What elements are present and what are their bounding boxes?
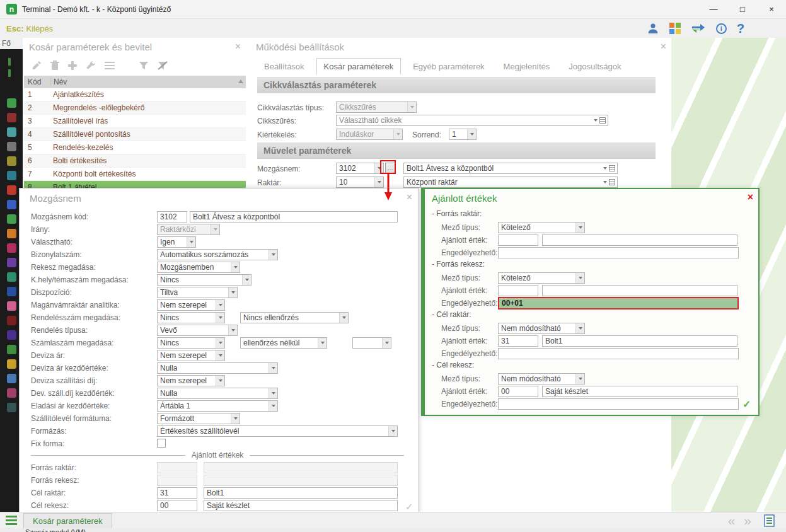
module-icon[interactable] (7, 272, 16, 282)
deviza-ar-kezdo-select[interactable]: Nulla (157, 362, 278, 374)
valaszthato-select[interactable]: Igen (157, 236, 196, 248)
module-icon[interactable] (7, 316, 16, 325)
deviza-ar-select[interactable]: Nem szerepel (157, 350, 225, 361)
edit-icon[interactable] (32, 61, 42, 71)
cikkszures-select[interactable]: Választható cikkek (336, 115, 608, 126)
module-icon[interactable] (7, 229, 16, 238)
module-icon[interactable] (7, 200, 16, 209)
scroll-up-icon[interactable] (238, 79, 243, 83)
engedelyezheto-input[interactable] (498, 247, 739, 258)
rendeles-tipusa-select[interactable]: Vevő (157, 325, 238, 336)
table-row[interactable]: 2Megrendelés -előlegbekérő (24, 101, 246, 115)
formazas-select[interactable]: Értékesítés szállítólevél (157, 425, 398, 437)
lookup-table-icon[interactable] (609, 165, 615, 171)
column-header-name[interactable]: Név (50, 78, 246, 86)
mozgasnem-name-select[interactable]: Bolt1 Átvesz a központból (403, 163, 618, 174)
rendelesszam-select[interactable]: Nincs (157, 312, 225, 323)
ajanlott-ertek-nev-input[interactable]: Saját készlet (542, 386, 737, 397)
cel-rekesz-kod-input[interactable]: 00 (157, 500, 197, 511)
rekesz-megadasa-select[interactable]: Mozgásnemben (157, 262, 240, 273)
rendelesszam-ellenorzes-select[interactable]: Nincs ellenőrzés (240, 312, 349, 323)
szallitolevel-formatum-select[interactable]: Formázott (157, 413, 240, 424)
module-icon[interactable] (7, 345, 16, 354)
maximize-button[interactable]: □ (728, 0, 757, 18)
engedelyezheto-input-highlighted[interactable]: 00+01 (498, 297, 739, 309)
table-row[interactable]: 6Bolti értékesítés (24, 154, 246, 168)
module-icon[interactable] (7, 243, 16, 253)
module-icon[interactable] (7, 359, 16, 369)
tab-egyeb-parameterek[interactable]: Egyéb paraméterek (406, 59, 491, 74)
sorrend-select[interactable]: 1 (449, 129, 477, 140)
nav-next-icon[interactable]: » (744, 513, 751, 528)
document-icon[interactable] (764, 514, 775, 527)
dev-szall-dij-kezdo-select[interactable]: Nulla (157, 388, 278, 399)
module-icon[interactable] (7, 156, 16, 166)
cel-raktar-nev-input[interactable]: Bolt1 (204, 487, 398, 499)
module-icon[interactable] (7, 258, 16, 267)
diszpozicio-select[interactable]: Tiltva (157, 287, 238, 298)
table-row[interactable]: 7Központi bolt értékesítés (24, 168, 246, 181)
module-icon[interactable] (7, 113, 16, 122)
kiertekeles-select[interactable]: Induláskor (336, 129, 403, 140)
dialog-close-icon[interactable]: × (748, 192, 753, 203)
filter-clear-icon[interactable] (158, 61, 168, 70)
tab-beallitasok[interactable]: Beállítások (257, 59, 311, 74)
minimize-button[interactable]: — (699, 0, 728, 18)
filter-icon[interactable] (139, 61, 149, 70)
module-icon[interactable] (7, 287, 16, 296)
confirm-check-icon[interactable]: ✓ (743, 398, 751, 410)
forras-raktar-kod-input[interactable] (157, 462, 197, 473)
szamlaszam-ellenorzes-select[interactable]: ellenőrzés nélkül (240, 337, 327, 349)
modules-grid-icon[interactable] (669, 23, 681, 34)
fix-forma-checkbox[interactable] (157, 439, 166, 448)
forras-rekesz-nev-input[interactable] (204, 475, 398, 486)
mezo-tipus-select[interactable]: Kötelező (498, 222, 585, 233)
khely-temaszam-select[interactable]: Nincs (157, 274, 251, 286)
module-icon[interactable] (7, 301, 16, 311)
mozgasnem-code-select[interactable]: 3102 (336, 163, 384, 174)
module-icon[interactable] (7, 374, 16, 383)
lookup-table-icon[interactable] (599, 117, 606, 124)
menu-icon[interactable] (105, 62, 115, 69)
confirm-check-icon[interactable]: ✓ (405, 501, 413, 512)
close-button[interactable]: × (757, 0, 786, 18)
ajanlott-ertek-kod-input[interactable]: 00 (498, 386, 538, 397)
add-icon[interactable] (68, 61, 77, 70)
module-icon[interactable] (7, 214, 16, 224)
bottom-tab-kosar-parameterek[interactable]: Kosár paraméterek (23, 513, 112, 528)
raktar-name-select[interactable]: Központi raktár (403, 176, 618, 188)
tab-jogosultsagok[interactable]: Jogosultságok (562, 59, 628, 74)
module-icon[interactable] (7, 127, 16, 137)
lookup-table-icon[interactable] (609, 179, 615, 185)
mezo-tipus-select[interactable]: Nem módosítható (498, 323, 585, 334)
tab-kosar-parameterek[interactable]: Kosár paraméterek (316, 58, 402, 74)
bizonylatszam-select[interactable]: Automatikus sorszámozás (157, 249, 278, 260)
cel-rekesz-nev-input[interactable]: Saját készlet (204, 500, 398, 511)
forras-raktar-nev-input[interactable] (204, 462, 398, 473)
szamlaszam-select[interactable]: Nincs (157, 337, 225, 349)
cel-raktar-kod-input[interactable]: 31 (157, 487, 197, 499)
menu-icon[interactable] (6, 516, 17, 525)
basket-panel-close-icon[interactable]: × (235, 42, 241, 52)
irany-select[interactable]: Raktárközi (157, 224, 220, 235)
ajanlott-ertek-kod-input[interactable] (498, 234, 538, 246)
module-icon[interactable] (7, 388, 16, 398)
mozgasnem-kod-input[interactable]: 3102 (157, 211, 187, 223)
settings-panel-close-icon[interactable]: × (661, 42, 666, 52)
maganvamraktar-select[interactable]: Nem szerepel (157, 299, 225, 311)
cikkvalasztas-tipus-select[interactable]: Cikkszűrés (336, 101, 417, 113)
module-icon[interactable] (7, 171, 16, 180)
engedelyezheto-input[interactable] (498, 398, 739, 410)
ajanlott-ertek-kod-input[interactable]: 31 (498, 335, 538, 347)
module-icon[interactable] (7, 330, 16, 340)
table-row[interactable]: 3Szállítólevél írás (24, 115, 246, 128)
dialog-close-icon[interactable]: × (407, 192, 412, 203)
ajanlott-ertek-nev-input[interactable]: Bolt1 (542, 335, 737, 347)
tools-icon[interactable] (86, 61, 96, 71)
module-icon[interactable] (7, 403, 16, 412)
mezo-tipus-select[interactable]: Nem módosítható (498, 373, 585, 385)
user-icon[interactable] (647, 22, 659, 35)
eladasi-ar-kezdo-select[interactable]: Ártábla 1 (157, 400, 278, 412)
ajanlott-ertek-nev-input[interactable] (542, 234, 737, 246)
nav-previous-icon[interactable]: « (728, 513, 736, 528)
